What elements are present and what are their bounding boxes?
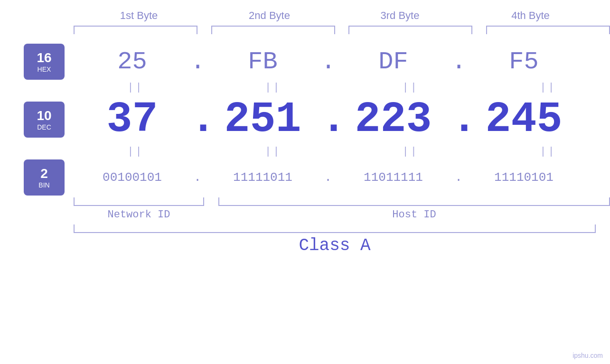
id-labels-row: Network ID Host ID <box>74 209 610 221</box>
equals-1: || <box>74 82 197 93</box>
equals-2: || <box>211 82 335 93</box>
network-bracket <box>74 197 204 206</box>
equals-3: || <box>348 82 472 93</box>
hex-dot-2: . <box>321 48 335 76</box>
dec-byte-1: 37 <box>74 95 190 144</box>
bin-byte-1: 00100101 <box>74 170 190 185</box>
dec-badge: 10 DEC <box>24 102 65 138</box>
bracket-1 <box>74 26 197 34</box>
byte-headers-row: 1st Byte 2nd Byte 3rd Byte 4th Byte <box>74 9 610 22</box>
hex-base-num: 16 <box>37 50 51 65</box>
dec-dot-2: . <box>321 95 335 144</box>
byte-header-4: 4th Byte <box>465 9 596 22</box>
host-id-label: Host ID <box>218 209 610 221</box>
equals-4: || <box>486 82 610 93</box>
hex-byte-3: DF <box>335 48 451 76</box>
dec-byte-3: 223 <box>335 95 451 144</box>
dec-byte-4: 245 <box>466 95 582 144</box>
bin-dot-1: . <box>190 170 205 185</box>
byte-header-3: 3rd Byte <box>335 9 465 22</box>
hex-byte-1: 25 <box>74 48 190 76</box>
class-bracket <box>74 224 596 233</box>
class-row: Class A <box>74 224 610 255</box>
hex-byte-2: FB <box>205 48 321 76</box>
dec-dot-3: . <box>451 95 466 144</box>
bin-byte-2: 11111011 <box>205 170 321 185</box>
bin-byte-3: 11011111 <box>335 170 451 185</box>
byte-header-2: 2nd Byte <box>204 9 335 22</box>
dec-base-label: DEC <box>37 123 51 131</box>
hex-byte-4: F5 <box>466 48 582 76</box>
dec-byte-2: 251 <box>205 95 321 144</box>
watermark: ipshu.com <box>572 352 603 359</box>
dec-base-num: 10 <box>37 108 51 123</box>
bin-byte-4: 11110101 <box>466 170 582 185</box>
bottom-bracket-row <box>74 197 610 206</box>
bottom-brackets-area: Network ID Host ID <box>74 197 610 221</box>
bin-dot-2: . <box>321 170 335 185</box>
equals-row-1: || || || || <box>74 82 610 93</box>
bin-badge: 2 BIN <box>24 159 65 196</box>
hex-badge: 16 HEX <box>24 44 65 80</box>
bin-values: 00100101 . 11111011 . 11011111 . 1111010… <box>74 170 610 185</box>
network-id-label: Network ID <box>74 209 204 221</box>
bin-base-num: 2 <box>40 166 48 181</box>
hex-values: 25 . FB . DF . F5 <box>74 48 610 76</box>
bin-row: 2 BIN 00100101 . 11111011 . 11011111 . 1… <box>0 159 610 196</box>
dec-dot-1: . <box>190 95 205 144</box>
bracket-4 <box>486 26 610 34</box>
hex-dot-1: . <box>190 48 205 76</box>
bracket-3 <box>348 26 472 34</box>
hex-row: 16 HEX 25 . FB . DF . F5 <box>0 44 610 80</box>
top-brackets <box>74 26 610 34</box>
bin-dot-3: . <box>451 170 466 185</box>
host-bracket <box>218 197 610 206</box>
hex-dot-3: . <box>451 48 466 76</box>
equals-5: || <box>74 146 197 158</box>
equals-6: || <box>211 146 335 158</box>
equals-7: || <box>348 146 472 158</box>
equals-row-2: || || || || <box>74 146 610 158</box>
bracket-2 <box>211 26 335 34</box>
dec-row: 10 DEC 37 . 251 . 223 . 245 <box>0 95 610 144</box>
bin-base-label: BIN <box>38 181 49 189</box>
byte-header-1: 1st Byte <box>74 9 204 22</box>
equals-8: || <box>486 146 610 158</box>
hex-base-label: HEX <box>38 65 51 73</box>
class-label: Class A <box>74 236 596 255</box>
dec-values: 37 . 251 . 223 . 245 <box>74 95 610 144</box>
